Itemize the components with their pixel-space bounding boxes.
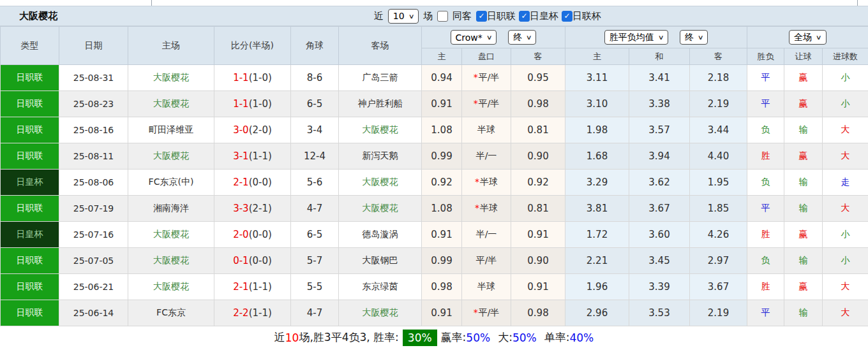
result-wdl: 平 — [747, 65, 784, 91]
corner-score: 4-7 — [291, 196, 339, 222]
avg-away-odds: 2.19 — [690, 91, 747, 117]
result-handicap: 输 — [784, 196, 823, 222]
summary-bar: 近10场,胜3平4负3, 胜率: 30% 赢率:50% 大:50% 单率:40% — [0, 326, 868, 348]
table-row: 日职联25-08-23大阪樱花1-1(1-0)6-5神户胜利船0.91*平/半0… — [1, 91, 868, 117]
away-team: 大阪樱花 — [339, 300, 422, 326]
games-label: 场 — [423, 10, 433, 22]
table-row: 日职联25-08-16町田泽维亚3-0(2-0)3-4大阪樱花1.08半球0.8… — [1, 117, 868, 143]
league-filter-checkbox[interactable]: ✓ — [476, 11, 487, 22]
subheader-result-wdl: 胜负 — [747, 48, 784, 65]
avg-home-odds: 1.68 — [565, 143, 629, 170]
avg-away-odds: 1.95 — [690, 170, 747, 196]
away-team: 大阪钢巴 — [339, 248, 422, 274]
ah-away-odds: 0.92 — [511, 170, 565, 196]
table-row: 日皇杯25-07-16大阪樱花2-0(0-0)6-5德岛漩涡0.91半/一0.9… — [1, 222, 868, 248]
handicap-time-select[interactable]: 终 ∨ — [508, 30, 536, 45]
league-type-badge: 日职联 — [1, 248, 59, 274]
table-row: 日职联25-08-11大阪樱花3-1(1-1)12-4新泻天鹅0.99半/一0.… — [1, 143, 868, 170]
avg-home-odds: 3.10 — [565, 91, 629, 117]
table-row: 日皇杯25-08-06FC东京(中)2-1(0-0)5-6大阪樱花0.92*半球… — [1, 170, 868, 196]
corner-score: 4-7 — [291, 300, 339, 326]
avg-away-odds: 3.44 — [690, 117, 747, 143]
summary-record: 场,胜3平4负3, 胜率: — [299, 330, 398, 345]
single-label: 单率: — [544, 330, 570, 345]
ah-line: 平/半 — [462, 248, 511, 274]
result-goals: 大 — [823, 196, 868, 222]
scope-select[interactable]: 全场 ∨ — [789, 30, 826, 45]
ah-line: *平/半 — [462, 91, 511, 117]
ah-away-odds: 0.81 — [511, 117, 565, 143]
avg-draw-odds: 3.41 — [629, 65, 690, 91]
ah-home-odds: 0.91 — [422, 91, 462, 117]
subheader-ah-line: 盘口 — [462, 48, 511, 65]
match-date: 25-08-11 — [59, 143, 128, 170]
avg-away-odds: 1.85 — [690, 196, 747, 222]
single-rate: 40% — [569, 331, 594, 344]
ah-away-odds: 0.95 — [511, 65, 565, 91]
col-header-date: 日期 — [59, 27, 128, 65]
star-icon: * — [475, 177, 479, 187]
result-goals: 小 — [823, 65, 868, 91]
home-team: 大阪樱花 — [128, 91, 214, 117]
handicap-win-rate: 50% — [466, 331, 490, 344]
avg-draw-odds: 3.45 — [629, 248, 690, 274]
avg-away-odds: 2.18 — [690, 65, 747, 91]
avg-away-odds: 2.19 — [690, 300, 747, 326]
col-header-home: 主场 — [128, 27, 214, 65]
same-away-checkbox[interactable] — [437, 11, 448, 22]
result-handicap: 输 — [784, 170, 823, 196]
subheader-result-goals: 进球数 — [823, 48, 868, 65]
league-type-badge: 日职联 — [1, 91, 59, 117]
away-team: 大阪樱花 — [339, 196, 422, 222]
away-team: 广岛三箭 — [339, 65, 422, 91]
league-type-badge: 日皇杯 — [1, 222, 59, 248]
result-goals: 小 — [823, 91, 868, 117]
avg-time-select[interactable]: 终 ∨ — [680, 30, 708, 45]
avg-away-odds: 4.40 — [690, 143, 747, 170]
filter-controls: 近 10 ∨ 场 同客 ✓ 日职联 ✓ 日皇杯 ✓ 日联杯 — [373, 9, 601, 24]
ah-away-odds: 0.98 — [511, 91, 565, 117]
avg-home-odds: 1.72 — [565, 222, 629, 248]
result-handicap: 赢 — [784, 143, 823, 170]
result-wdl: 胜 — [747, 143, 784, 170]
home-team: 大阪樱花 — [128, 274, 214, 300]
cup-filter-checkbox[interactable]: ✓ — [519, 11, 530, 22]
avg-draw-odds: 3.94 — [629, 143, 690, 170]
bookmaker-select[interactable]: Crow* ∨ — [451, 30, 497, 45]
match-date: 25-07-05 — [59, 248, 128, 274]
table-row: 日职联25-08-31大阪樱花1-1(1-0)8-6广岛三箭0.94*平/半0.… — [1, 65, 868, 91]
corner-score: 5-7 — [291, 248, 339, 274]
away-team: 大阪樱花 — [339, 170, 422, 196]
chevron-down-icon: ∨ — [657, 34, 664, 41]
ah-line: 半/一 — [462, 143, 511, 170]
avg-away-odds: 3.67 — [690, 274, 747, 300]
result-goals: 小 — [823, 222, 868, 248]
avg-odds-select[interactable]: 胜平负均值 ∨ — [604, 30, 668, 45]
league-cup-filter-label: 日联杯 — [572, 10, 601, 22]
ah-home-odds: 0.92 — [422, 170, 462, 196]
result-group-header: 全场 ∨ — [747, 27, 868, 48]
league-type-badge: 日职联 — [1, 274, 59, 300]
avg-time-value: 终 — [685, 32, 694, 43]
match-date: 25-07-19 — [59, 196, 128, 222]
home-team: 町田泽维亚 — [128, 117, 214, 143]
avg-draw-odds: 3.53 — [629, 300, 690, 326]
table-row: 日职联25-07-19湘南海洋3-3(2-1)4-7大阪樱花1.08*半球0.8… — [1, 196, 868, 222]
home-team: 大阪樱花 — [128, 248, 214, 274]
recent-count-select[interactable]: 10 ∨ — [388, 9, 419, 24]
match-date: 25-06-21 — [59, 274, 128, 300]
match-table: 类型 日期 主场 比分(半场) 角球 客场 Crow* ∨ 终 ∨ — [0, 26, 868, 326]
chevron-down-icon: ∨ — [698, 34, 704, 41]
summary-prefix: 近 — [274, 330, 285, 345]
ah-away-odds: 0.81 — [511, 196, 565, 222]
recent-count-value: 10 — [393, 11, 405, 21]
avg-home-odds: 1.98 — [565, 117, 629, 143]
home-team: FC东京 — [128, 300, 214, 326]
league-cup-filter-checkbox[interactable]: ✓ — [562, 11, 572, 22]
ah-away-odds: 0.91 — [511, 274, 565, 300]
result-goals: 大 — [823, 143, 868, 170]
match-date: 25-08-06 — [59, 170, 128, 196]
win-rate-badge: 30% — [403, 330, 437, 346]
result-handicap: 赢 — [784, 91, 823, 117]
avg-odds-select-value: 胜平负均值 — [610, 32, 654, 43]
